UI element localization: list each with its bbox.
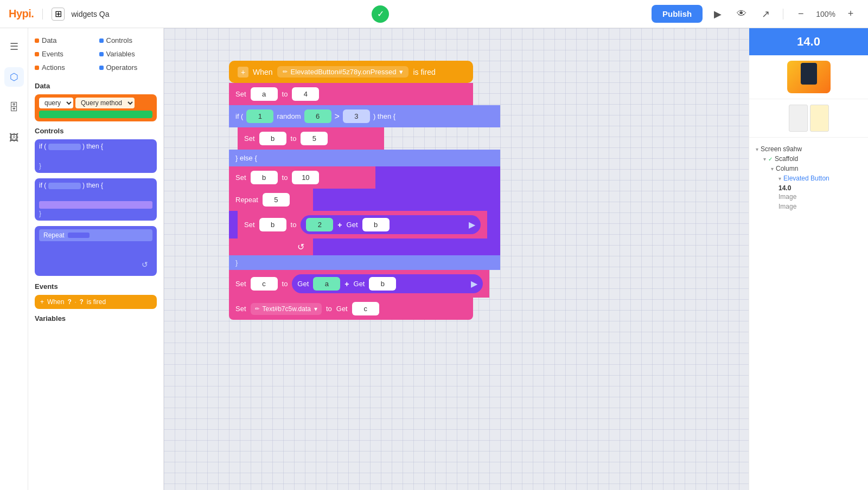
tree-image-1[interactable]: Image xyxy=(756,192,861,202)
nav-item-events[interactable]: Events xyxy=(35,48,93,60)
var-c-box[interactable]: c xyxy=(251,277,278,291)
rail-components-icon[interactable]: ⬡ xyxy=(4,67,24,87)
event-when-label: When xyxy=(47,298,64,306)
tree-screen[interactable]: ▾ Screen s9ahw xyxy=(756,144,861,154)
get-text-label: Get xyxy=(336,305,348,313)
if-val1[interactable]: 1 xyxy=(246,109,273,123)
fired-label: is fired xyxy=(413,68,435,76)
phone-mockup-thumb xyxy=(787,61,831,93)
preview-thumb-2 xyxy=(749,99,868,138)
nav-item-data[interactable]: Data xyxy=(35,35,93,46)
inner-set-label: Set xyxy=(244,221,255,229)
gt-op: > xyxy=(335,112,340,121)
val-10-box[interactable]: 10 xyxy=(292,171,319,184)
event-chip[interactable]: ✏ ElevatedButton#5z78y.onPressed ▾ xyxy=(277,66,409,78)
get-c-box[interactable]: c xyxy=(352,302,379,315)
set-label-b2: Set xyxy=(235,173,246,182)
elevated-caret-icon: ▾ xyxy=(778,176,781,182)
event-q1: ? xyxy=(67,298,71,306)
method-select[interactable]: Query method xyxy=(75,98,135,108)
rail-assets-icon[interactable]: 🖼 xyxy=(4,128,24,147)
canvas[interactable]: + When ✏ ElevatedButton#5z78y.onPressed … xyxy=(164,28,749,490)
random-label: random xyxy=(277,112,301,120)
preview-thumb-1 xyxy=(749,55,868,99)
export-button[interactable]: ↗ xyxy=(757,5,774,23)
nav-item-actions[interactable]: Actions xyxy=(35,62,93,73)
tree-column[interactable]: ▾ Column xyxy=(756,164,861,173)
ctrl-if-inner-1 xyxy=(39,152,152,161)
preview-button[interactable]: 👁 xyxy=(733,5,750,23)
var-a-box[interactable]: a xyxy=(251,87,278,101)
nav-item-operators[interactable]: Operators xyxy=(99,62,157,73)
ctrl-else-bar xyxy=(39,201,152,209)
event-name: ElevatedButton#5z78y.onPressed xyxy=(291,68,397,76)
if-block-container: if ( 1 random 6 > 3 ) then { Set b to 5 xyxy=(229,105,500,270)
text-pencil-icon: ✏ xyxy=(255,306,259,312)
palette-nav: Data Controls Events Variables Actions O… xyxy=(35,35,157,73)
to-label-b2: to xyxy=(282,173,288,182)
when-label: When xyxy=(253,68,273,76)
ctrl-if-label-1: if ( ) then { xyxy=(39,143,152,150)
if-label: if ( xyxy=(235,112,243,120)
inner-val2[interactable]: 2 xyxy=(306,218,333,231)
component-tree: ▾ Screen s9ahw ▾ ✓ Scaffold ▾ Column ▾ E… xyxy=(749,138,868,490)
ctrl-if-inner-2 xyxy=(39,191,152,200)
set-a-block: Set a to 4 xyxy=(229,83,473,105)
get-op-chip-c: Get a + Get b ▶ xyxy=(292,274,483,293)
event-palette-block[interactable]: + When ? · ? is fired xyxy=(35,295,157,309)
screen-caret-icon: ▾ xyxy=(756,146,758,152)
inner-get-var[interactable]: b xyxy=(362,218,390,231)
set-text-block: Set ✏ Text#b7c5w.data ▾ to Get c xyxy=(229,298,473,320)
event-fired-label: is fired xyxy=(87,298,106,306)
val-4-box[interactable]: 4 xyxy=(292,87,319,101)
rail-pages-icon[interactable]: ☰ xyxy=(4,37,24,56)
events-section-title: Events xyxy=(35,282,157,291)
val-5-box[interactable]: 5 xyxy=(301,132,328,145)
zoom-level: 100% xyxy=(816,10,835,18)
pencil-icon: ✏ xyxy=(283,68,288,75)
get1-var-a[interactable]: a xyxy=(313,277,340,291)
screen-label: Screen s9ahw xyxy=(761,145,802,153)
preview-header: 14.0 xyxy=(749,28,868,55)
when-plus-btn[interactable]: + xyxy=(238,67,248,78)
app-logo: Hypi. xyxy=(9,8,34,20)
repeat-row: Repeat 5 xyxy=(229,189,313,211)
var-b-box[interactable]: b xyxy=(259,132,286,145)
play-button[interactable]: ▶ xyxy=(709,5,726,23)
ctrl-repeat-block[interactable]: Repeat ↺ xyxy=(35,226,157,276)
ctrl-if-block-2[interactable]: if ( ) then { } xyxy=(35,178,157,221)
text-ref-chip[interactable]: ✏ Text#b7c5w.data ▾ xyxy=(251,303,322,315)
ctrl-if-block-1[interactable]: if ( ) then { } xyxy=(35,139,157,173)
get2-var-b[interactable]: b xyxy=(369,277,396,291)
tree-scaffold[interactable]: ▾ ✓ Scaffold xyxy=(756,154,861,164)
topbar-center: ✓ xyxy=(116,5,645,23)
publish-button[interactable]: Publish xyxy=(652,5,703,23)
topbar: Hypi. ⊞ widgets Qa ✓ Publish ▶ 👁 ↗ − 100… xyxy=(0,0,868,28)
tree-elevated-button[interactable]: ▾ Elevated Button xyxy=(756,173,861,183)
rail-database-icon[interactable]: 🗄 xyxy=(4,98,24,117)
to-label-text: to xyxy=(326,305,332,313)
event-plus: + xyxy=(40,298,44,306)
var-b2-box[interactable]: b xyxy=(251,171,278,184)
set-label-text: Set xyxy=(235,305,246,313)
set-label-c: Set xyxy=(235,280,246,288)
if-val3[interactable]: 3 xyxy=(343,109,370,123)
ctrl-if-close-2: } xyxy=(39,210,152,217)
set-label-1: Set xyxy=(235,90,246,98)
repeat-times[interactable]: 5 xyxy=(263,193,290,207)
tree-image-2[interactable]: Image xyxy=(756,202,861,211)
zoom-in-button[interactable]: + xyxy=(842,5,859,23)
ctrl-if-close-1: } xyxy=(39,162,152,170)
icon-rail: ☰ ⬡ 🗄 🖼 xyxy=(0,28,28,490)
inner-var-b[interactable]: b xyxy=(259,218,286,231)
sep2 xyxy=(783,9,783,20)
if-val2[interactable]: 6 xyxy=(304,109,331,123)
query-select[interactable]: query xyxy=(39,98,73,108)
nav-item-controls[interactable]: Controls xyxy=(99,35,157,46)
else-body: Set b to 10 Repeat 5 Set b to xyxy=(229,166,500,255)
zoom-out-button[interactable]: − xyxy=(792,5,809,23)
op-chip: 2 + Get b ▶ xyxy=(301,215,481,234)
scaffold-caret-icon: ▾ xyxy=(763,156,766,162)
nav-item-variables[interactable]: Variables xyxy=(99,48,157,60)
workspace-icon-btn[interactable]: ⊞ xyxy=(52,8,65,21)
